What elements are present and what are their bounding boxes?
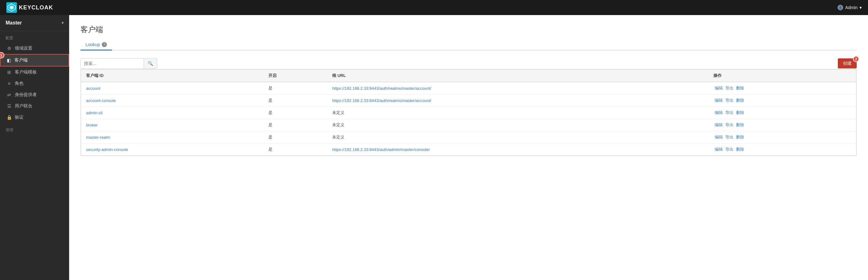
sidebar-item-label: 领域设置 bbox=[15, 45, 32, 51]
actions-cell: 编辑导出删除 bbox=[708, 143, 856, 156]
search-wrapper: 🔍 bbox=[81, 58, 157, 69]
base-url-link[interactable]: https://192.168.2.33:8443/auth/admin/mas… bbox=[332, 147, 430, 152]
table-row: account-console是https://192.168.2.33:844… bbox=[81, 95, 856, 107]
base-url-undefined: 未定义 bbox=[327, 119, 708, 131]
enabled-cell: 是 bbox=[264, 107, 327, 119]
action-删除[interactable]: 删除 bbox=[736, 147, 744, 152]
sidebar-item-user-federation[interactable]: ☰ 用户联合 bbox=[0, 100, 69, 112]
main-content: 客户端 Lookup ? 🔍 创建 2 bbox=[69, 15, 868, 280]
client-id-link[interactable]: broker bbox=[86, 123, 98, 128]
actions-cell: 编辑导出删除 bbox=[708, 131, 856, 143]
search-box: 🔍 bbox=[81, 58, 157, 69]
action-导出[interactable]: 导出 bbox=[725, 135, 734, 139]
keycloak-logo-icon bbox=[6, 2, 17, 13]
user-icon: 👤 bbox=[838, 5, 843, 10]
col-enabled: 开启 bbox=[264, 70, 327, 82]
roles-icon: ≡ bbox=[7, 81, 12, 86]
action-导出[interactable]: 导出 bbox=[725, 86, 734, 91]
realm-selector[interactable]: Master ▾ bbox=[0, 15, 69, 31]
base-url-undefined: 未定义 bbox=[327, 107, 708, 119]
action-删除[interactable]: 删除 bbox=[736, 110, 744, 115]
sidebar-item-label: 角色 bbox=[15, 81, 24, 86]
sidebar-item-label: 验证 bbox=[15, 114, 24, 120]
sidebar-item-realm-settings[interactable]: ⚙ 领域设置 bbox=[0, 43, 69, 54]
search-icon: 🔍 bbox=[148, 61, 153, 66]
action-导出[interactable]: 导出 bbox=[725, 110, 734, 115]
layout: Master ▾ 配置 ⚙ 领域设置 ◧ 客户端 1 ⊞ 客户端模板 ≡ 角色 … bbox=[0, 15, 868, 280]
enabled-cell: 是 bbox=[264, 82, 327, 95]
action-删除[interactable]: 删除 bbox=[736, 135, 744, 139]
clients-table: 客户端 ID 开启 根 URL 操作 account是https://192.1… bbox=[81, 69, 856, 156]
logo-text: KEYCLOAK bbox=[19, 4, 53, 11]
actions-cell: 编辑导出删除 bbox=[708, 82, 856, 95]
client-id-link[interactable]: security-admin-console bbox=[86, 147, 128, 152]
brand: KEYCLOAK bbox=[6, 2, 53, 13]
toolbar: 🔍 创建 2 bbox=[81, 58, 857, 69]
sidebar-item-roles[interactable]: ≡ 角色 bbox=[0, 78, 69, 89]
sidebar: Master ▾ 配置 ⚙ 领域设置 ◧ 客户端 1 ⊞ 客户端模板 ≡ 角色 … bbox=[0, 15, 69, 280]
action-编辑[interactable]: 编辑 bbox=[715, 135, 723, 139]
enabled-cell: 是 bbox=[264, 95, 327, 107]
sidebar-item-clients[interactable]: ◧ 客户端 1 bbox=[0, 54, 69, 67]
action-编辑[interactable]: 编辑 bbox=[715, 147, 723, 152]
clients-badge: 1 bbox=[0, 52, 4, 58]
clients-icon: ◧ bbox=[6, 58, 11, 63]
user-federation-icon: ☰ bbox=[7, 104, 12, 109]
authentication-icon: 🔒 bbox=[7, 115, 12, 120]
col-client-id: 客户端 ID bbox=[81, 70, 264, 82]
action-删除[interactable]: 删除 bbox=[736, 123, 744, 127]
page-title: 客户端 bbox=[81, 25, 857, 35]
table-header-row: 客户端 ID 开启 根 URL 操作 bbox=[81, 70, 856, 82]
tabs: Lookup ? bbox=[81, 40, 857, 50]
section-label-config: 配置 bbox=[0, 31, 69, 43]
user-menu[interactable]: 👤 Admin ▾ bbox=[838, 5, 862, 10]
realm-settings-icon: ⚙ bbox=[7, 46, 12, 51]
actions-cell: 编辑导出删除 bbox=[708, 119, 856, 131]
user-chevron: ▾ bbox=[860, 5, 862, 10]
sidebar-item-label: 客户端 bbox=[14, 58, 28, 63]
table-row: admin-cli是未定义编辑导出删除 bbox=[81, 107, 856, 119]
section-label-manage: 管理 bbox=[0, 123, 69, 135]
client-id-link[interactable]: account bbox=[86, 86, 100, 91]
client-id-link[interactable]: account-console bbox=[86, 98, 116, 103]
tab-lookup-label: Lookup bbox=[86, 42, 100, 47]
action-导出[interactable]: 导出 bbox=[725, 98, 734, 103]
action-编辑[interactable]: 编辑 bbox=[715, 123, 723, 127]
actions-cell: 编辑导出删除 bbox=[708, 107, 856, 119]
client-id-link[interactable]: admin-cli bbox=[86, 110, 102, 115]
realm-name: Master bbox=[6, 20, 22, 26]
action-删除[interactable]: 删除 bbox=[736, 86, 744, 91]
base-url-link[interactable]: https://192.168.2.33:8443/auth/realms/ma… bbox=[332, 86, 431, 91]
tab-lookup[interactable]: Lookup ? bbox=[81, 40, 112, 50]
user-name: Admin bbox=[845, 5, 858, 10]
table-row: master-realm是未定义编辑导出删除 bbox=[81, 131, 856, 143]
actions-cell: 编辑导出删除 bbox=[708, 95, 856, 107]
table-row: account是https://192.168.2.33:8443/auth/r… bbox=[81, 82, 856, 95]
action-编辑[interactable]: 编辑 bbox=[715, 110, 723, 115]
client-templates-icon: ⊞ bbox=[7, 70, 12, 75]
table-row: security-admin-console是https://192.168.2… bbox=[81, 143, 856, 156]
search-button[interactable]: 🔍 bbox=[144, 58, 157, 68]
action-删除[interactable]: 删除 bbox=[736, 98, 744, 103]
sidebar-item-label: 身份提供者 bbox=[15, 92, 37, 98]
action-编辑[interactable]: 编辑 bbox=[715, 86, 723, 91]
help-icon[interactable]: ? bbox=[102, 42, 107, 47]
svg-point-3 bbox=[11, 7, 12, 8]
create-badge: 2 bbox=[853, 56, 859, 62]
action-编辑[interactable]: 编辑 bbox=[715, 98, 723, 103]
base-url-link[interactable]: https://192.168.2.33:8443/auth/realms/ma… bbox=[332, 98, 431, 103]
enabled-cell: 是 bbox=[264, 131, 327, 143]
sidebar-item-label: 客户端模板 bbox=[15, 69, 37, 75]
action-导出[interactable]: 导出 bbox=[725, 147, 734, 152]
search-input[interactable] bbox=[81, 58, 144, 68]
logo: KEYCLOAK bbox=[6, 2, 53, 13]
action-导出[interactable]: 导出 bbox=[725, 123, 734, 127]
client-id-link[interactable]: master-realm bbox=[86, 135, 110, 140]
sidebar-item-client-templates[interactable]: ⊞ 客户端模板 bbox=[0, 67, 69, 78]
sidebar-item-label: 用户联合 bbox=[15, 103, 32, 109]
sidebar-item-authentication[interactable]: 🔒 验证 bbox=[0, 112, 69, 123]
identity-providers-icon: ⇄ bbox=[7, 92, 12, 97]
enabled-cell: 是 bbox=[264, 119, 327, 131]
sidebar-item-identity-providers[interactable]: ⇄ 身份提供者 bbox=[0, 89, 69, 100]
col-actions: 操作 bbox=[708, 70, 856, 82]
